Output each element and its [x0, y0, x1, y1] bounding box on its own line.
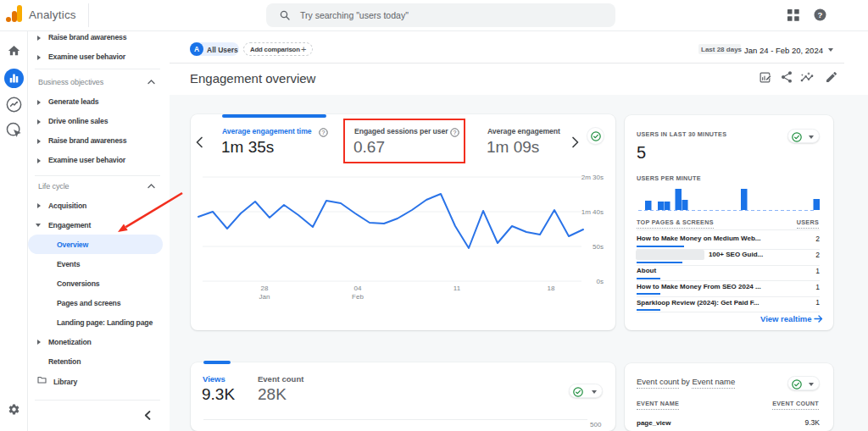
svg-text:18: 18 [548, 285, 555, 292]
svg-text:2m 30s: 2m 30s [581, 174, 604, 181]
svg-text:?: ? [322, 130, 326, 135]
svg-text:50s: 50s [593, 243, 604, 251]
svg-text:Feb: Feb [352, 293, 364, 301]
svg-text:0s: 0s [597, 278, 604, 285]
svg-text:?: ? [818, 10, 823, 19]
svg-text:04: 04 [354, 285, 362, 292]
svg-text:Jan: Jan [259, 293, 270, 301]
svg-text:11: 11 [453, 285, 461, 292]
svg-text:1m 40s: 1m 40s [581, 208, 604, 216]
svg-text:28: 28 [261, 285, 269, 292]
